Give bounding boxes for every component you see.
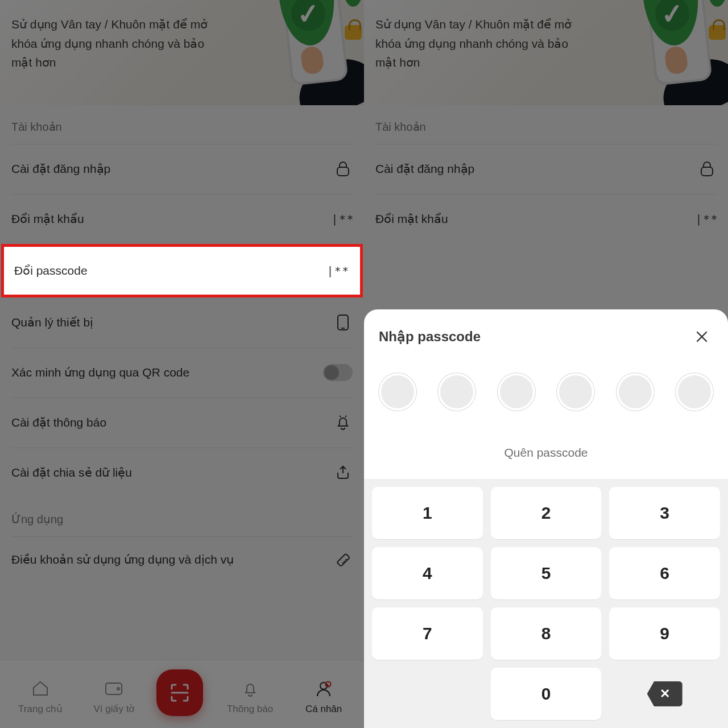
row-login-settings: Cài đặt đăng nhập [364,144,728,194]
row-change-password[interactable]: Đổi mật khẩu |** [0,194,364,244]
nav-label: Trang chủ [9,703,72,715]
nav-label: Ví giấy tờ [82,703,145,715]
row-share-settings[interactable]: Cài đặt chia sẻ dữ liệu [0,448,364,498]
screen-right: Sử dụng Vân tay / Khuôn mặt để mở khóa ứ… [364,0,728,728]
section-app-title: Ứng dụng [0,498,364,536]
row-label: Đổi mật khẩu [11,212,84,226]
row-change-passcode-highlighted[interactable]: Đổi passcode |** [1,244,363,297]
row-qr-verify[interactable]: Xác minh ứng dụng qua QR code [0,348,364,398]
key-4[interactable]: 4 [372,547,483,599]
lock-small-icon [345,25,362,40]
passcode-dots [375,359,717,430]
svg-line-6 [345,559,347,561]
bell-icon [219,677,282,700]
scan-icon [156,669,203,716]
nav-home[interactable]: Trang chủ [9,677,72,715]
sheet-title: Nhập passcode [379,329,481,345]
key-8[interactable]: 8 [491,607,602,660]
passcode-dot [678,375,711,408]
key-2[interactable]: 2 [491,487,602,539]
lock-icon [697,161,717,177]
home-icon [9,677,72,700]
nav-wallet[interactable]: Ví giấy tờ [82,677,145,715]
key-1[interactable]: 1 [372,487,483,539]
key-9[interactable]: 9 [609,607,720,660]
passcode-dot [500,375,533,408]
row-notify-settings[interactable]: Cài đặt thông báo [0,398,364,448]
key-blank [372,668,483,720]
keypad: 1 2 3 4 5 6 7 8 9 0 ✕ [364,479,728,728]
banner-text: Sử dụng Vân tay / Khuôn mặt để mở khóa ứ… [375,15,580,72]
passcode-dot [381,375,414,408]
svg-point-8 [117,688,119,690]
key-backspace[interactable]: ✕ [609,668,720,720]
row-login-settings[interactable]: Cài đặt đăng nhập [0,144,364,194]
share-icon [333,465,353,481]
row-label: Quản lý thiết bị [11,316,93,329]
row-label: Cài đặt đăng nhập [375,162,474,176]
biometric-banner[interactable]: Sử dụng Vân tay / Khuôn mặt để mở khóa ứ… [0,0,364,105]
biometric-banner: Sử dụng Vân tay / Khuôn mặt để mở khóa ứ… [364,0,728,105]
banner-illustration: ✓ [250,0,364,104]
close-button[interactable] [690,325,713,348]
row-label: Đổi passcode [14,264,88,278]
passcode-sheet: Nhập passcode Quên passcode 1 2 3 4 5 6 … [364,309,728,728]
bell-icon [333,415,353,431]
password-mask-icon: |** [697,213,717,225]
key-0[interactable]: 0 [491,668,602,720]
nav-label: Cá nhân [292,704,355,715]
nav-profile[interactable]: Cá nhân [292,677,355,715]
wallet-icon [82,677,145,700]
passcode-dot [559,375,592,408]
row-terms[interactable]: Điều khoản sử dụng ứng dụng và dịch vụ [0,536,364,583]
password-mask-icon: |** [327,264,350,277]
row-label: Đổi mật khẩu [375,212,448,226]
row-label: Cài đặt chia sẻ dữ liệu [11,466,132,479]
nav-notify[interactable]: Thông báo [219,677,282,715]
key-6[interactable]: 6 [609,547,720,599]
row-label: Cài đặt đăng nhập [11,162,110,176]
row-label: Xác minh ứng dụng qua QR code [11,366,189,379]
forgot-passcode-link[interactable]: Quên passcode [375,430,717,479]
banner-illustration: ✓ [614,0,728,104]
svg-line-5 [344,560,345,562]
section-account-title: Tài khoản [364,105,728,144]
ruler-icon [333,552,353,568]
svg-rect-3 [337,553,350,566]
key-5[interactable]: 5 [491,547,602,599]
lock-icon [333,161,353,177]
lock-small-icon [709,25,726,40]
backspace-icon: ✕ [647,681,682,706]
password-mask-icon: |** [333,213,353,225]
row-label: Cài đặt thông báo [11,416,106,429]
section-account-title: Tài khoản [0,105,364,144]
passcode-dot [619,375,652,408]
row-label: Điều khoản sử dụng ứng dụng và dịch vụ [11,553,234,566]
svg-rect-12 [701,167,713,176]
row-change-password: Đổi mật khẩu |** [364,194,728,244]
svg-rect-0 [337,167,349,176]
banner-text: Sử dụng Vân tay / Khuôn mặt để mở khóa ứ… [11,15,216,72]
nav-label: Thông báo [219,704,282,715]
passcode-dot [440,375,473,408]
bottom-nav: Trang chủ Ví giấy tờ Thông báo [0,660,364,728]
key-3[interactable]: 3 [609,487,720,539]
person-icon [292,677,355,700]
key-7[interactable]: 7 [372,607,483,660]
phone-icon [333,314,353,331]
screen-left: Sử dụng Vân tay / Khuôn mặt để mở khóa ứ… [0,0,364,728]
toggle-off[interactable] [323,364,353,381]
row-device-mgmt[interactable]: Quản lý thiết bị [0,297,364,348]
nav-scan[interactable] [156,673,208,719]
svg-line-4 [342,562,344,564]
